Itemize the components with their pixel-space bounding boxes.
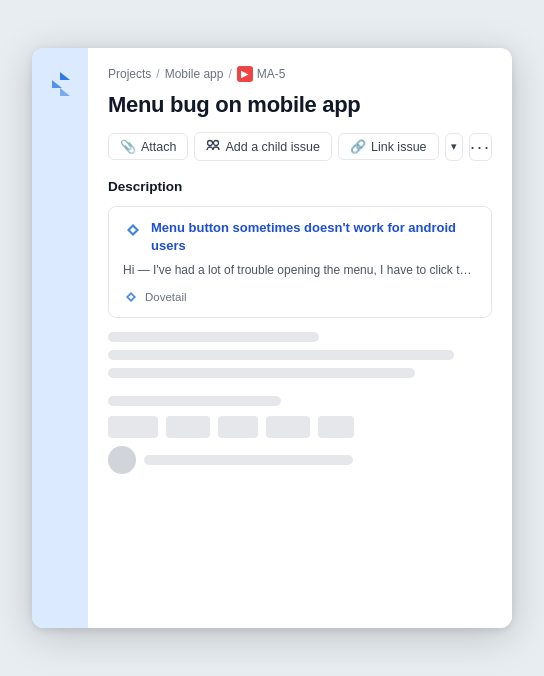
skeleton-chip-3 [218, 416, 258, 438]
skeleton-chip-2 [166, 416, 210, 438]
linked-card-header: Menu button sometimes doesn't work for a… [123, 219, 477, 255]
skeleton-line-1 [108, 332, 319, 342]
breadcrumb-mobile-app[interactable]: Mobile app [165, 67, 224, 81]
skeleton-line-4 [108, 396, 281, 406]
ellipsis-icon: ··· [470, 138, 491, 156]
more-options-button[interactable]: ··· [469, 133, 492, 161]
more-options-chevron[interactable]: ▾ [445, 133, 463, 161]
attach-label: Attach [141, 140, 176, 154]
app-logo [42, 66, 78, 102]
linked-card-footer: Dovetail [123, 289, 477, 305]
link-issue-label: Link issue [371, 140, 427, 154]
sidebar [32, 48, 88, 628]
link-issue-button[interactable]: 🔗 Link issue [338, 133, 439, 160]
attach-button[interactable]: 📎 Attach [108, 133, 188, 160]
breadcrumb-sep1: / [156, 67, 159, 81]
svg-point-0 [208, 141, 213, 146]
link-icon: 🔗 [350, 139, 366, 154]
toolbar: 📎 Attach Add a child issue 🔗 Link issue [108, 132, 492, 161]
linked-card-title[interactable]: Menu button sometimes doesn't work for a… [151, 219, 477, 255]
dovetail-icon [123, 220, 143, 240]
dovetail-footer-icon [123, 289, 139, 305]
skeleton-name-line [144, 455, 353, 465]
linked-issue-card: Menu button sometimes doesn't work for a… [108, 206, 492, 318]
issue-type-badge: ▶ [237, 66, 253, 82]
skeleton-chip-5 [318, 416, 354, 438]
skeleton-line-2 [108, 350, 454, 360]
breadcrumb-projects[interactable]: Projects [108, 67, 151, 81]
linked-card-body: Hi — I've had a lot of trouble opening t… [123, 261, 477, 279]
skeleton-chip-4 [266, 416, 310, 438]
skeleton-avatar [108, 446, 136, 474]
add-child-label: Add a child issue [225, 140, 320, 154]
skeleton-chip-row [108, 416, 492, 438]
chevron-down-icon: ▾ [451, 140, 457, 153]
add-child-icon [206, 138, 220, 155]
breadcrumb-sep2: / [228, 67, 231, 81]
svg-point-1 [214, 141, 219, 146]
page-title: Menu bug on mobile app [108, 92, 492, 118]
add-child-issue-button[interactable]: Add a child issue [194, 132, 332, 161]
breadcrumb: Projects / Mobile app / ▶ MA-5 [108, 66, 492, 82]
breadcrumb-issue[interactable]: ▶ MA-5 [237, 66, 286, 82]
issue-id: MA-5 [257, 67, 286, 81]
linked-card-source: Dovetail [145, 291, 187, 303]
skeleton-avatar-row [108, 446, 492, 474]
attach-icon: 📎 [120, 139, 136, 154]
description-section-title: Description [108, 179, 492, 194]
main-content: Projects / Mobile app / ▶ MA-5 Menu bug … [88, 48, 512, 628]
skeleton-chip-1 [108, 416, 158, 438]
skeleton-line-3 [108, 368, 415, 378]
